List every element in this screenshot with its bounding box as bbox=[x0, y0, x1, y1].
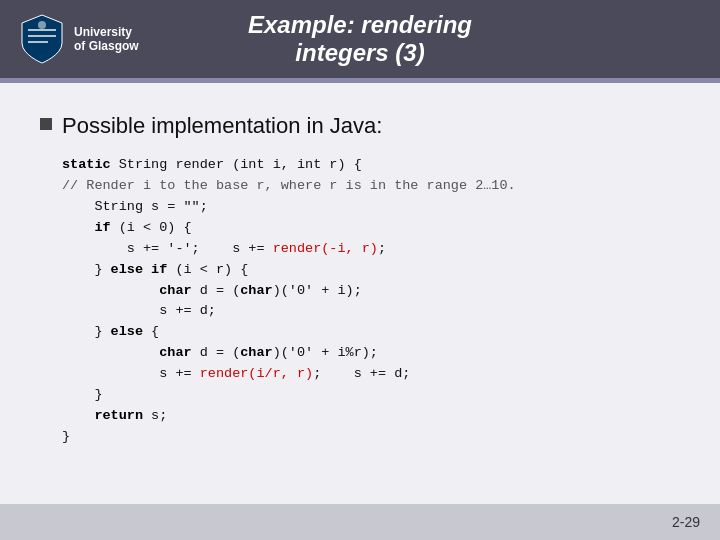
code-block: static String render (int i, int r) { //… bbox=[62, 155, 680, 448]
bullet-label: Possible implementation in Java: bbox=[62, 113, 382, 139]
code-line-14: } bbox=[62, 427, 680, 448]
logo-area: University of Glasgow bbox=[20, 13, 200, 65]
code-line-7: char d = (char)('0' + i); bbox=[62, 281, 680, 302]
svg-rect-0 bbox=[28, 29, 56, 31]
code-line-13: return s; bbox=[62, 406, 680, 427]
code-line-8: s += d; bbox=[62, 301, 680, 322]
slide: University of Glasgow Example: rendering… bbox=[0, 0, 720, 540]
header: University of Glasgow Example: rendering… bbox=[0, 0, 720, 78]
code-line-6: } else if (i < r) { bbox=[62, 260, 680, 281]
code-line-2: // Render i to the base r, where r is in… bbox=[62, 176, 680, 197]
bullet-icon bbox=[40, 118, 52, 130]
footer: 2-29 bbox=[0, 504, 720, 540]
svg-rect-2 bbox=[28, 41, 48, 43]
code-line-9: } else { bbox=[62, 322, 680, 343]
svg-rect-1 bbox=[28, 35, 56, 37]
code-line-12: } bbox=[62, 385, 680, 406]
code-line-3: String s = ""; bbox=[62, 197, 680, 218]
code-line-10: char d = (char)('0' + i%r); bbox=[62, 343, 680, 364]
main-content: Possible implementation in Java: static … bbox=[0, 83, 720, 504]
university-name: University of Glasgow bbox=[74, 25, 139, 53]
bullet-item: Possible implementation in Java: bbox=[40, 113, 680, 139]
university-shield-icon bbox=[20, 13, 64, 65]
svg-point-3 bbox=[38, 21, 46, 29]
code-line-1: static String render (int i, int r) { bbox=[62, 155, 680, 176]
code-line-11: s += render(i/r, r); s += d; bbox=[62, 364, 680, 385]
code-line-4: if (i < 0) { bbox=[62, 218, 680, 239]
slide-number: 2-29 bbox=[672, 514, 700, 530]
code-line-5: s += '-'; s += render(-i, r); bbox=[62, 239, 680, 260]
slide-title: Example: rendering integers (3) bbox=[200, 11, 700, 67]
